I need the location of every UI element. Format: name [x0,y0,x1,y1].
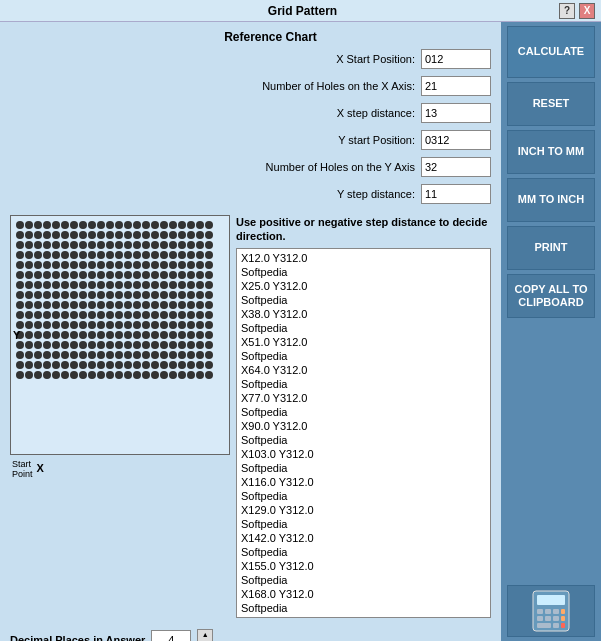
reset-button[interactable]: RESET [507,82,595,126]
copy-all-button[interactable]: COPY ALL TO CLIPBOARD [507,274,595,318]
grid-dot [52,231,60,239]
y-start-label: Y start Position: [338,134,415,146]
grid-dot [88,291,96,299]
grid-dot [43,231,51,239]
grid-dot [187,251,195,259]
help-button[interactable]: ? [559,3,575,19]
bottom-area: Decimal Places in Answer ▲ ▼ Insert line… [10,629,491,641]
x-holes-row: Number of Holes on the X Axis: [10,76,491,96]
y-step-input[interactable] [421,184,491,204]
x-holes-input[interactable] [421,76,491,96]
list-item: X25.0 Y312.0 [239,279,488,293]
grid-dot [61,361,69,369]
grid-dot [187,231,195,239]
grid-dot [142,251,150,259]
calculator-icon[interactable] [507,585,595,637]
grid-dot [61,311,69,319]
grid-dot [16,271,24,279]
grid-dot [196,331,204,339]
grid-dot [43,271,51,279]
x-start-input[interactable] [421,49,491,69]
grid-dot [106,291,114,299]
grid-dot [196,291,204,299]
list-item: Softpedia [239,293,488,307]
grid-dot [205,321,213,329]
grid-dot [169,231,177,239]
grid-dot [169,331,177,339]
grid-dot [160,291,168,299]
grid-dot [52,221,60,229]
svg-rect-11 [553,623,559,628]
grid-dot [97,291,105,299]
grid-dot [205,311,213,319]
grid-dot [25,251,33,259]
grid-dot [151,361,159,369]
grid-dot [187,321,195,329]
grid-dot [124,261,132,269]
grid-dot [142,361,150,369]
grid-dot [43,341,51,349]
grid-dot [205,301,213,309]
grid-dot [79,321,87,329]
spinner-up-button[interactable]: ▲ [198,630,212,640]
grid-dot [160,341,168,349]
grid-dot [151,341,159,349]
decimal-input[interactable] [151,630,191,641]
grid-dot [178,341,186,349]
grid-dot [169,251,177,259]
grid-dot [151,271,159,279]
inch-to-mm-button[interactable]: INCH TO MM [507,130,595,174]
grid-dot [169,301,177,309]
grid-dot [205,281,213,289]
grid-dot [70,311,78,319]
grid-dot [142,261,150,269]
grid-dot [52,291,60,299]
grid-dot [79,341,87,349]
y-holes-row: Number of Holes on the Y Axis [10,157,491,177]
grid-dot [151,311,159,319]
grid-dot [205,351,213,359]
grid-dot [169,351,177,359]
grid-dot [151,261,159,269]
grid-dot [34,291,42,299]
grid-dot [205,291,213,299]
grid-dot [25,311,33,319]
x-step-input[interactable] [421,103,491,123]
grid-dot [34,351,42,359]
main-container: Reference Chart X Start Position: Number… [0,22,601,641]
coordinate-list[interactable]: X12.0 Y312.0SoftpediaX25.0 Y312.0Softped… [236,248,491,618]
grid-dot [70,351,78,359]
grid-dot [79,241,87,249]
grid-dot [205,221,213,229]
grid-dot [178,251,186,259]
print-button[interactable]: PRINT [507,226,595,270]
middle-area: Y StartPoint X Use positive or negative … [10,215,491,618]
y-holes-input[interactable] [421,157,491,177]
grid-dot [88,351,96,359]
grid-dot [34,261,42,269]
mm-to-inch-button[interactable]: MM TO INCH [507,178,595,222]
grid-dot [160,231,168,239]
grid-dot [115,261,123,269]
grid-dot [61,351,69,359]
grid-dot [61,241,69,249]
grid-dot [187,311,195,319]
grid-dot [34,301,42,309]
grid-dot [79,351,87,359]
grid-dot [142,291,150,299]
grid-dot [151,241,159,249]
grid-dot [70,241,78,249]
x-start-label: X Start Position: [336,53,415,65]
grid-dot [142,301,150,309]
grid-dot [79,301,87,309]
grid-dot [25,221,33,229]
grid-dot [133,301,141,309]
calculate-button[interactable]: CALCULATE [507,26,595,78]
grid-dot [115,371,123,379]
grid-dot [205,251,213,259]
close-button[interactable]: X [579,3,595,19]
grid-dot [97,311,105,319]
grid-dot [25,371,33,379]
y-start-input[interactable] [421,130,491,150]
list-item: X64.0 Y312.0 [239,363,488,377]
